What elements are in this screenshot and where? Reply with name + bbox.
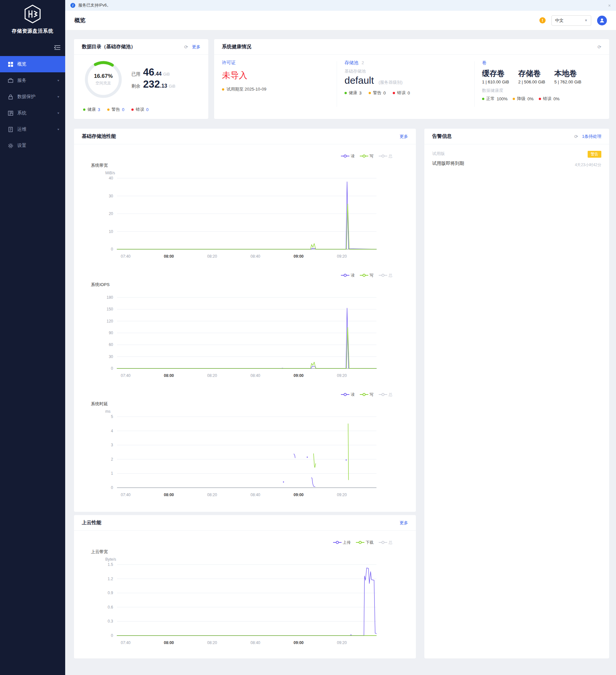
free-unit: GiB: [169, 84, 175, 89]
pool-label[interactable]: 存储池: [344, 60, 358, 65]
legend-item[interactable]: 读: [341, 153, 355, 159]
sidebar-item-label: 概览: [17, 61, 26, 67]
svg-text:08:20: 08:20: [207, 493, 217, 497]
legend-item[interactable]: 总: [379, 153, 393, 159]
gear-icon: [8, 143, 13, 149]
sidebar-item-system[interactable]: 系统 ▼: [0, 105, 65, 121]
pending-alerts-link[interactable]: 1条待处理: [582, 134, 601, 139]
chart-legend: 读写总: [87, 272, 403, 279]
svg-text:ms: ms: [105, 409, 111, 414]
svg-text:0: 0: [111, 366, 113, 371]
sidebar-item-settings[interactable]: 设置: [0, 138, 65, 154]
warning-badge: 警告: [588, 151, 601, 158]
notification-warning-icon[interactable]: !: [539, 17, 546, 23]
svg-text:08:40: 08:40: [251, 493, 260, 497]
healthy-dot: [344, 92, 347, 94]
lock-icon: [8, 94, 13, 100]
more-link[interactable]: 更多: [400, 134, 408, 139]
free-frac: .13: [160, 83, 167, 89]
card-title: 告警信息: [432, 133, 452, 139]
pool-sub: 基础存储池: [344, 68, 468, 74]
svg-text:90: 90: [109, 331, 114, 335]
legend-item[interactable]: 读: [341, 273, 355, 278]
refresh-icon[interactable]: ⟳: [574, 134, 578, 139]
chevron-down-icon: ▼: [585, 18, 588, 22]
legend-item[interactable]: 写: [360, 273, 373, 278]
legend-item[interactable]: 总: [379, 273, 393, 278]
sidebar-item-label: 服务: [17, 78, 26, 83]
error-dot: [539, 98, 541, 100]
error-dot: [393, 92, 395, 94]
volume-name: 存储卷: [518, 68, 545, 78]
content: 数据目录（基础存储池） ⟳ 更多 16.67% 空间充足: [65, 30, 616, 675]
divider: [337, 61, 337, 107]
stat-value: 3: [98, 107, 100, 112]
svg-text:08:00: 08:00: [164, 641, 174, 645]
chevron-down-icon: ▼: [57, 112, 60, 115]
stat-value: 0: [383, 90, 386, 95]
legend-item[interactable]: 总: [379, 392, 393, 397]
chart-title: 系统时延: [91, 401, 403, 407]
more-link[interactable]: 更多: [192, 44, 200, 50]
language-select[interactable]: 中文 ▼: [551, 15, 591, 26]
stat-label: 警告: [373, 90, 381, 96]
chart-legend: 上传下载总: [87, 539, 403, 546]
used-value: 46: [143, 67, 154, 77]
sidebar-item-operations[interactable]: 运维 ▼: [0, 121, 65, 138]
sidebar-item-data-protection[interactable]: 数据保护 ▼: [0, 89, 65, 105]
svg-text:2: 2: [111, 457, 113, 462]
svg-text:MiB/s: MiB/s: [105, 171, 115, 175]
sidebar-item-service[interactable]: 服务 ▼: [0, 72, 65, 89]
sidebar-item-label: 运维: [17, 127, 26, 132]
legend-item[interactable]: 读: [341, 392, 355, 397]
pool-name-text: default: [344, 75, 374, 86]
user-avatar[interactable]: [597, 16, 607, 25]
pool-count: 2: [361, 60, 364, 65]
svg-text:120: 120: [107, 319, 113, 323]
refresh-icon[interactable]: ⟳: [598, 45, 601, 49]
healthy-dot: [83, 108, 85, 111]
refresh-icon[interactable]: ⟳: [184, 45, 188, 49]
svg-text:09:20: 09:20: [337, 373, 347, 378]
chevron-down-icon: ▼: [57, 128, 60, 131]
pool-performance-card: 基础存储池性能 更多 读写总 系统带宽 01020304007:4008:000…: [74, 129, 416, 512]
legend-item[interactable]: 总: [379, 540, 393, 545]
brand: 存储资源盘活系统: [0, 0, 65, 34]
sidebar-item-label: 设置: [17, 143, 26, 149]
stat-value: 0%: [553, 96, 560, 101]
svg-text:3: 3: [111, 443, 113, 447]
stat-label: 错误: [397, 90, 405, 96]
card-title: 基础存储池性能: [82, 133, 116, 139]
svg-text:0.9: 0.9: [108, 591, 113, 595]
capacity-percent: 16.67%: [94, 73, 113, 79]
data-catalog-card: 数据目录（基础存储池） ⟳ 更多 16.67% 空间充足: [74, 39, 208, 119]
stat-value: 3: [359, 90, 361, 95]
chart-system-latency: 读写总 系统时延 01234507:4008:0008:2008:4009:00…: [74, 391, 416, 502]
license-label[interactable]: 许可证: [222, 60, 235, 65]
volume-stats: 正常 100% 降级 0% 错误 0%: [482, 96, 603, 102]
sidebar-item-label: 系统: [17, 110, 26, 116]
legend-item[interactable]: 写: [360, 392, 373, 397]
stat-label: 错误: [543, 96, 551, 102]
close-icon[interactable]: ×: [608, 3, 611, 8]
stat-label: 健康: [87, 106, 96, 112]
svg-text:08:00: 08:00: [164, 254, 174, 259]
warning-dot: [368, 92, 371, 94]
system-icon: [8, 110, 13, 116]
svg-text:10: 10: [109, 229, 114, 234]
volume-name: 缓存卷: [482, 68, 509, 78]
sidebar-item-overview[interactable]: 概览: [0, 56, 65, 72]
chart-legend: 读写总: [87, 153, 403, 159]
volume-label[interactable]: 卷: [482, 60, 487, 65]
stat-label: 健康: [349, 90, 357, 96]
legend-item[interactable]: 上传: [333, 540, 351, 545]
main-area: i 服务已支持IPv6。 × 概览 ! 中文 ▼: [65, 0, 616, 675]
svg-text:40: 40: [109, 176, 114, 180]
legend-item[interactable]: 写: [360, 153, 373, 159]
alert-list-item[interactable]: 试用版 试用版即将到期 警告 4天23小时42分: [424, 144, 609, 168]
legend-item[interactable]: 下载: [356, 540, 373, 545]
more-link[interactable]: 更多: [400, 520, 408, 526]
svg-text:1.2: 1.2: [108, 577, 113, 581]
catalog-stats: 健康 3 警告 0 错误 0: [83, 106, 149, 112]
menu-collapse-icon[interactable]: [54, 45, 61, 50]
